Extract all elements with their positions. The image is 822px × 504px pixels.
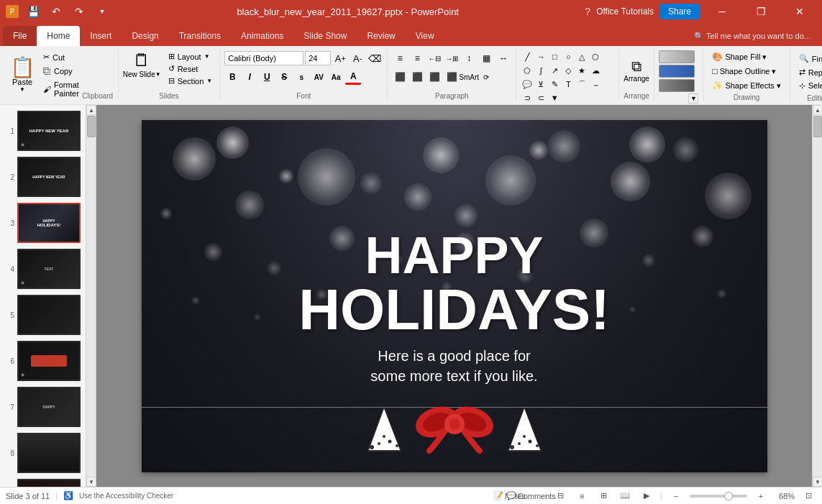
reading-view-button[interactable]: 📖: [617, 488, 633, 504]
outline-view-button[interactable]: ≡: [574, 488, 590, 504]
replace-button[interactable]: ⇄ Replace: [795, 65, 822, 79]
help-icon[interactable]: ?: [585, 6, 590, 17]
font-name-input[interactable]: [224, 51, 303, 65]
slide-item-2[interactable]: 2 HAPPY NEW YEAR: [3, 155, 83, 198]
right-scroll-up[interactable]: ▲: [813, 105, 822, 115]
slide-thumb-1[interactable]: HAPPY NEW YEAR ★: [17, 111, 81, 151]
right-scroll-track[interactable]: [813, 115, 822, 477]
paste-dropdown-icon[interactable]: ▼: [19, 86, 25, 93]
bullet-list-button[interactable]: ≡: [392, 50, 408, 66]
tab-design[interactable]: Design: [122, 26, 168, 46]
convert-button[interactable]: ⟳: [478, 69, 494, 85]
restore-button[interactable]: ❐: [744, 0, 777, 23]
slide-thumb-8[interactable]: [17, 433, 81, 473]
shape-custom1[interactable]: ⌒: [575, 78, 588, 91]
paste-button[interactable]: 📋 Paste ▼: [4, 50, 40, 100]
new-slide-button[interactable]: 🗒 New Slide▼: [123, 50, 161, 78]
shape-freeform[interactable]: ✎: [548, 78, 561, 91]
tab-view[interactable]: View: [406, 26, 444, 46]
increase-font-button[interactable]: A+: [332, 50, 348, 66]
slide-item-9[interactable]: 9: [3, 477, 83, 487]
font-color-button[interactable]: A: [345, 69, 361, 85]
tab-animations[interactable]: Animations: [231, 26, 293, 46]
change-case-button[interactable]: Aa: [328, 69, 344, 85]
cut-button[interactable]: ✂ Cut: [40, 51, 82, 63]
underline-button[interactable]: U: [259, 69, 275, 85]
slide-thumb-9[interactable]: [17, 479, 81, 487]
slide-item-1[interactable]: 1 HAPPY NEW YEAR ★: [3, 109, 83, 152]
format-painter-button[interactable]: 🖌 Format Painter: [40, 79, 82, 99]
tab-home[interactable]: Home: [37, 26, 80, 46]
shape-outline-button[interactable]: □ Shape Outline ▾: [708, 65, 780, 78]
normal-view-button[interactable]: ⊟: [552, 488, 568, 504]
slide-item-6[interactable]: 6 ★: [3, 339, 83, 382]
bold-button[interactable]: B: [224, 69, 240, 85]
close-button[interactable]: ✕: [783, 0, 816, 23]
shape-cloud[interactable]: ☁: [589, 64, 602, 77]
shape-curve[interactable]: ∫: [534, 64, 547, 77]
slide-text-area[interactable]: HAPPY HOLIDAYS! Here is a good place for…: [142, 229, 767, 386]
align-right-button[interactable]: ⬛: [426, 69, 442, 85]
dec-indent-button[interactable]: ←⊟: [426, 50, 442, 66]
italic-button[interactable]: I: [242, 69, 257, 85]
section-button[interactable]: ⊟ Section▼: [165, 75, 216, 87]
shape-connector[interactable]: ↗: [548, 64, 561, 77]
slides-scroll-down[interactable]: ▼: [86, 477, 96, 487]
tab-transitions[interactable]: Transitions: [169, 26, 231, 46]
quick-styles-expand[interactable]: ▼: [688, 93, 698, 104]
fit-slide-button[interactable]: ⊡: [800, 488, 816, 504]
shape-textbox[interactable]: T: [562, 78, 575, 91]
find-button[interactable]: 🔍 Find: [795, 52, 822, 65]
slide-item-8[interactable]: 8: [3, 431, 83, 475]
right-scroll-down[interactable]: ▼: [813, 477, 822, 487]
slides-scroll-track[interactable]: [86, 115, 96, 477]
copy-button[interactable]: ⿻ Copy: [40, 65, 82, 77]
slides-scroll-thumb[interactable]: [87, 116, 96, 137]
shape-rect[interactable]: □: [548, 50, 561, 63]
save-icon[interactable]: 💾: [24, 3, 42, 20]
slide-item-3[interactable]: 3 HAPPY HOLIDAYS!: [3, 201, 83, 244]
shape-pentagon[interactable]: ⬠: [521, 64, 534, 77]
shape-fill-button[interactable]: 🎨 Shape Fill ▾: [708, 50, 771, 63]
align-center-button[interactable]: ⬛: [409, 69, 425, 85]
slide-thumb-4[interactable]: TEXT ★: [17, 249, 81, 289]
office-tutorials-link[interactable]: Office Tutorials: [596, 6, 654, 17]
minimize-button[interactable]: ─: [705, 0, 739, 23]
slides-scroll-up[interactable]: ▲: [86, 105, 96, 115]
smart-art-button[interactable]: SmArt: [461, 69, 477, 85]
slide-thumb-6[interactable]: ★: [17, 341, 81, 381]
zoom-out-button[interactable]: −: [668, 488, 684, 504]
line-spacing-button[interactable]: ↕: [461, 50, 477, 66]
zoom-in-button[interactable]: +: [753, 488, 769, 504]
shape-custom2[interactable]: ⌣: [589, 78, 602, 91]
quick-style-2[interactable]: [659, 65, 695, 78]
shape-effects-button[interactable]: ✨ Shape Effects ▾: [708, 79, 785, 92]
tab-insert[interactable]: Insert: [80, 26, 122, 46]
justify-button[interactable]: ⬛: [444, 69, 460, 85]
char-spacing-button[interactable]: AV: [311, 69, 326, 85]
shape-custom3[interactable]: ⊃: [521, 91, 534, 104]
slides-scrollbar[interactable]: ▲ ▼: [86, 105, 96, 487]
layout-button[interactable]: ⊞ Layout▼: [165, 50, 216, 63]
columns-button[interactable]: ▦: [478, 50, 494, 66]
shape-star[interactable]: ★: [575, 64, 588, 77]
tab-review[interactable]: Review: [357, 26, 405, 46]
left-resize-handle[interactable]: [96, 105, 104, 487]
shape-arrow[interactable]: →: [534, 50, 547, 63]
tab-file[interactable]: File: [3, 26, 37, 46]
zoom-thumb[interactable]: [724, 492, 733, 500]
select-button[interactable]: ⊹ Select ▾: [795, 79, 822, 93]
rtl-button[interactable]: ↔: [496, 50, 511, 66]
right-scrollbar[interactable]: ▲ ▼: [812, 105, 822, 487]
reset-button[interactable]: ↺ Reset: [165, 63, 216, 75]
undo-icon[interactable]: ↶: [47, 3, 65, 20]
slide-thumb-2[interactable]: HAPPY NEW YEAR: [17, 157, 81, 197]
slide-thumb-7[interactable]: HAPPY: [17, 387, 81, 427]
redo-icon[interactable]: ↷: [70, 3, 88, 20]
right-scroll-thumb[interactable]: [813, 116, 822, 137]
shape-more[interactable]: ⊻: [534, 78, 547, 91]
decrease-font-button[interactable]: A-: [350, 50, 365, 66]
slide-item-5[interactable]: 5: [3, 293, 83, 336]
font-size-input[interactable]: [305, 51, 331, 65]
customize-icon[interactable]: ▼: [93, 3, 111, 20]
